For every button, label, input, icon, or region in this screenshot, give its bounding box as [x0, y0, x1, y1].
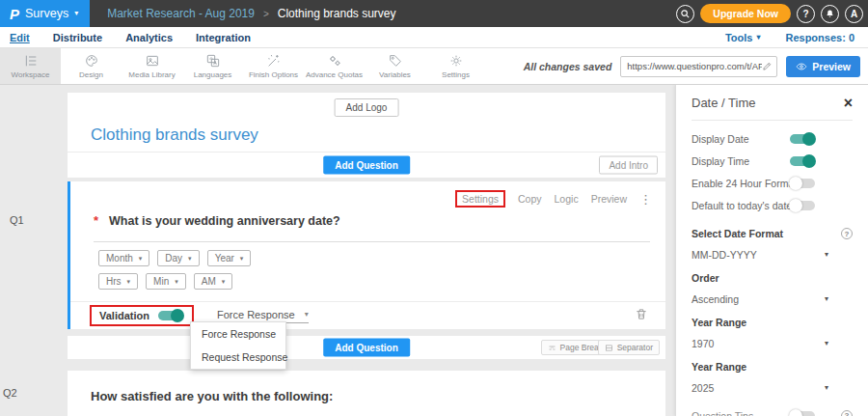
- breadcrumb-folder[interactable]: Market Research - Aug 2019: [107, 7, 255, 20]
- tool-languages[interactable]: Languages: [182, 48, 243, 84]
- question-actions: Settings Copy Logic Preview ⋮: [455, 190, 652, 208]
- month-select[interactable]: Month▾: [98, 250, 149, 266]
- question-copy-link[interactable]: Copy: [518, 193, 542, 205]
- tab-distribute[interactable]: Distribute: [53, 32, 102, 43]
- help-icon[interactable]: ?: [841, 410, 853, 416]
- minutes-select[interactable]: Min▾: [146, 273, 186, 290]
- chevron-down-icon: ▾: [127, 278, 131, 285]
- response-mode-menu: Force Response Request Response: [190, 321, 286, 370]
- help-icon[interactable]: ?: [841, 228, 853, 239]
- day-select[interactable]: Day▾: [157, 250, 199, 266]
- toggle-row-display-time: Display Time: [692, 150, 853, 172]
- question-footer-divider: [70, 301, 665, 302]
- enable-24-hour-toggle[interactable]: [790, 179, 815, 188]
- add-intro-button[interactable]: Add Intro: [599, 156, 658, 175]
- tool-variables[interactable]: Variables: [365, 48, 425, 84]
- question-preview-link[interactable]: Preview: [591, 193, 627, 205]
- question-settings-link[interactable]: Settings: [455, 190, 505, 208]
- question-text-q1[interactable]: What is your wedding anniversary date?: [109, 214, 340, 228]
- tab-analytics[interactable]: Analytics: [125, 32, 173, 43]
- validation-toggle[interactable]: [158, 311, 183, 320]
- toggle-knob: [171, 309, 184, 322]
- question-number-q1: Q1: [10, 214, 24, 226]
- responses-count[interactable]: Responses: 0: [785, 32, 854, 43]
- question-card-q2: How satisfied are you with the following…: [68, 371, 665, 416]
- year-range-end-label-row: Year Range: [692, 361, 853, 373]
- toggle-knob: [802, 154, 816, 168]
- toggle-row-default-today: Default to today's date: [692, 194, 853, 216]
- title-card-footer: Add Question Add Intro: [68, 152, 665, 178]
- chevron-down-icon: ▾: [175, 278, 178, 285]
- add-question-button[interactable]: Add Question: [323, 156, 410, 175]
- separator-button[interactable]: Separator: [598, 340, 660, 355]
- tool-settings[interactable]: Settings: [425, 48, 486, 84]
- tool-design[interactable]: Design: [61, 48, 122, 84]
- search-icon[interactable]: [676, 5, 694, 23]
- question-text-row: * What is your wedding anniversary date?: [94, 213, 340, 228]
- date-selects-row: Month▾ Day▾ Year▾: [98, 250, 251, 266]
- survey-title[interactable]: Clothing brands survey: [91, 125, 258, 145]
- question-text-q2[interactable]: How satisfied are you with the following…: [91, 389, 333, 403]
- survey-url-box: [620, 56, 777, 77]
- survey-url-input[interactable]: [627, 61, 762, 71]
- autosave-status: All changes saved: [524, 61, 612, 72]
- help-button[interactable]: ?: [797, 5, 815, 23]
- year-range-start-select[interactable]: 1970 ▾: [692, 338, 828, 349]
- add-logo-button[interactable]: Add Logo: [335, 98, 399, 117]
- questionpro-survey-editor: P Surveys ▾ Market Research - Aug 2019 >…: [0, 0, 868, 416]
- default-today-toggle[interactable]: [790, 201, 815, 210]
- notifications-bell-icon[interactable]: [821, 5, 839, 23]
- tab-edit[interactable]: Edit: [10, 32, 30, 43]
- year-select[interactable]: Year▾: [207, 250, 252, 266]
- chevron-down-icon: ▾: [139, 255, 143, 262]
- year-range-end-select[interactable]: 2025 ▾: [692, 382, 828, 394]
- date-format-label-row: Select Date Format ?: [692, 228, 853, 239]
- tab-integration[interactable]: Integration: [196, 32, 251, 43]
- display-time-toggle[interactable]: [790, 156, 815, 166]
- ampm-select[interactable]: AM▾: [194, 273, 233, 290]
- tool-advance-quotas[interactable]: Advance Quotas: [304, 48, 365, 84]
- delete-question-icon[interactable]: [635, 307, 648, 325]
- breadcrumb: Market Research - Aug 2019 > Clothing br…: [107, 7, 395, 20]
- product-label: Surveys: [25, 7, 68, 20]
- tools-menu[interactable]: Tools▾: [725, 32, 761, 43]
- question-tips-row: Question Tips ?: [692, 404, 853, 416]
- display-date-toggle[interactable]: [790, 134, 815, 144]
- toggle-knob: [789, 409, 802, 416]
- panel-title: Date / Time: [692, 96, 755, 110]
- upgrade-now-button[interactable]: Upgrade Now: [700, 4, 791, 23]
- toggle-knob: [789, 177, 802, 190]
- tool-media-library[interactable]: Media Library: [122, 48, 182, 84]
- validation-row: Validation Force Response ▾: [90, 303, 648, 328]
- order-select[interactable]: Ascending ▾: [692, 293, 828, 305]
- gears-icon: [327, 53, 342, 69]
- toggle-row-display-date: Display Date: [692, 127, 853, 150]
- chevron-down-icon: ▾: [74, 10, 78, 17]
- add-question-button-2[interactable]: Add Question: [323, 339, 410, 357]
- main-nav: Edit Distribute Analytics Integration To…: [0, 27, 868, 48]
- header-actions: Upgrade Now ? A: [676, 4, 868, 23]
- editor-toolbar: Workspace Design Media Library Languages…: [0, 48, 868, 85]
- close-icon[interactable]: ×: [844, 97, 853, 109]
- toggle-knob: [789, 199, 802, 212]
- menu-item-request-response[interactable]: Request Response: [191, 346, 285, 369]
- chevron-down-icon: ▾: [825, 295, 828, 303]
- tool-workspace[interactable]: Workspace: [0, 48, 61, 84]
- question-text-underline: [94, 241, 650, 242]
- date-format-select[interactable]: MM-DD-YYYY ▾: [692, 249, 828, 261]
- question-logic-link[interactable]: Logic: [555, 193, 579, 205]
- question-tips-toggle[interactable]: [790, 411, 815, 416]
- menu-item-force-response[interactable]: Force Response: [191, 322, 285, 346]
- toolbar-right: All changes saved Preview: [524, 48, 868, 84]
- required-asterisk: *: [94, 213, 98, 228]
- edit-pencil-icon[interactable]: [762, 58, 773, 75]
- preview-button[interactable]: Preview: [786, 56, 860, 77]
- more-options-icon[interactable]: ⋮: [639, 192, 652, 207]
- account-avatar[interactable]: A: [845, 5, 863, 23]
- hours-select[interactable]: Hrs▾: [98, 273, 138, 290]
- chevron-down-icon: ▾: [825, 251, 828, 259]
- toggle-knob: [802, 132, 816, 146]
- time-selects-row: Hrs▾ Min▾ AM▾: [98, 273, 232, 290]
- surveys-product-menu[interactable]: P Surveys ▾: [0, 0, 90, 27]
- tool-finish-options[interactable]: Finish Options: [243, 48, 304, 84]
